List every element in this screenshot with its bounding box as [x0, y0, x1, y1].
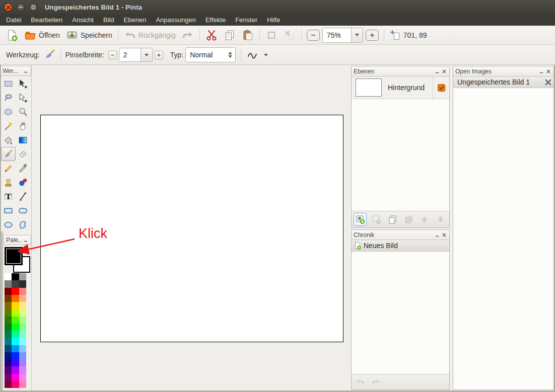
crop-to-selection-button[interactable] [262, 28, 281, 43]
layer-visible-checkbox[interactable] [438, 84, 445, 92]
history-panel-minimize-button[interactable] [434, 232, 440, 238]
tool-pencil[interactable] [1, 161, 16, 175]
maximize-window-icon[interactable] [29, 3, 38, 12]
history-panel-close-button[interactable] [441, 232, 447, 238]
menu-fenster[interactable]: Fenster [231, 15, 261, 25]
palette-swatch[interactable] [5, 352, 12, 359]
menu-bearbeiten[interactable]: Bearbeiten [27, 15, 66, 25]
save-button[interactable]: Speichern [63, 28, 115, 43]
palette-swatch[interactable] [12, 338, 19, 345]
palette-swatch[interactable] [5, 302, 12, 309]
redo-button[interactable] [179, 28, 197, 43]
palette-swatch[interactable] [5, 331, 12, 338]
history-undo-button[interactable] [354, 375, 367, 388]
palette-swatch[interactable] [12, 288, 19, 295]
open-images-minimize-button[interactable] [538, 68, 544, 74]
palette-swatch[interactable] [19, 317, 26, 324]
palette-swatch[interactable] [12, 324, 19, 331]
palette-swatch[interactable] [12, 295, 19, 302]
palette-swatch[interactable] [19, 338, 26, 345]
blend-type-combobox[interactable]: Normal [185, 47, 236, 62]
zoom-level-combobox[interactable]: 75% [322, 28, 363, 43]
palette-swatch[interactable] [5, 273, 12, 280]
tool-gradient[interactable] [16, 133, 30, 147]
tool-ellipse[interactable] [1, 217, 16, 231]
palette-swatch[interactable] [5, 324, 12, 331]
blend-type-spinner[interactable] [225, 48, 235, 62]
move-layer-down-button[interactable] [434, 213, 447, 226]
tool-ellipse-select[interactable] [1, 105, 16, 119]
brush-width-value[interactable]: 2 [119, 48, 141, 61]
palette-swatch[interactable] [19, 374, 26, 381]
palette-swatch[interactable] [12, 280, 19, 287]
palette-swatch[interactable] [19, 288, 26, 295]
palette-swatch[interactable] [19, 273, 26, 280]
palette-swatch[interactable] [12, 317, 19, 324]
layer-row[interactable]: Hintergrund [352, 76, 449, 99]
palette-swatch[interactable] [19, 366, 26, 373]
undo-button[interactable]: Rückgängig [121, 28, 179, 43]
tool-rectangle-select[interactable] [1, 76, 16, 91]
palette-swatch[interactable] [5, 381, 12, 388]
merge-layer-down-button[interactable] [402, 213, 415, 226]
cut-button[interactable] [202, 28, 221, 43]
menu-bild[interactable]: Bild [99, 15, 118, 25]
close-window-icon[interactable] [4, 3, 13, 12]
tool-pan[interactable] [16, 119, 30, 133]
brush-width-combobox[interactable]: 2 [119, 48, 153, 62]
palette-swatch[interactable] [12, 352, 19, 359]
palette-swatch[interactable] [5, 288, 12, 295]
palette-swatch[interactable] [19, 381, 26, 388]
primary-color-swatch[interactable] [5, 247, 23, 265]
menu-anpassungen[interactable]: Anpassungen [152, 15, 200, 25]
menu-ansicht[interactable]: Ansicht [68, 15, 98, 25]
tool-lasso-select[interactable] [1, 91, 16, 105]
line-style-button[interactable] [244, 48, 271, 61]
tool-move-selected-pixels[interactable] [16, 76, 30, 91]
tool-magic-wand[interactable] [1, 119, 16, 133]
palette-swatch[interactable] [12, 302, 19, 309]
tool-line-curve[interactable] [16, 189, 30, 203]
palette-swatch[interactable] [5, 359, 12, 366]
paste-button[interactable] [239, 28, 257, 43]
current-tool-button[interactable] [42, 48, 58, 61]
zoom-out-button[interactable] [307, 30, 320, 41]
minimize-window-icon[interactable] [17, 3, 25, 12]
tool-color-picker[interactable] [16, 161, 30, 175]
menu-hilfe[interactable]: Hilfe [263, 15, 284, 25]
deselect-button[interactable] [281, 28, 299, 43]
palette-swatch[interactable] [12, 345, 19, 352]
palette-swatch[interactable] [19, 302, 26, 309]
add-layer-button[interactable] [354, 213, 367, 226]
move-layer-up-button[interactable] [418, 213, 431, 226]
zoom-level-value[interactable]: 75% [323, 28, 351, 42]
tool-paint-bucket[interactable] [1, 133, 16, 147]
tool-text[interactable]: T [1, 189, 16, 203]
tools-panel-minimize-button[interactable] [23, 68, 29, 74]
brush-width-decrease-button[interactable] [108, 51, 117, 59]
brush-width-dropdown-button[interactable] [141, 48, 152, 61]
tool-freeform-shape[interactable] [16, 217, 30, 231]
layers-panel-close-button[interactable] [441, 68, 447, 74]
close-image-icon[interactable] [545, 79, 551, 86]
new-image-button[interactable] [3, 28, 21, 43]
palette-swatch[interactable] [19, 331, 26, 338]
palette-swatch[interactable] [19, 309, 26, 316]
palette-swatch[interactable] [5, 374, 12, 381]
history-redo-button[interactable] [370, 375, 383, 388]
palette-panel-minimize-button[interactable] [23, 237, 29, 243]
tool-clone-stamp[interactable] [1, 175, 16, 189]
duplicate-layer-button[interactable] [386, 213, 399, 226]
tool-zoom[interactable] [16, 105, 30, 119]
tool-rounded-rectangle[interactable] [16, 203, 30, 217]
palette-swatch[interactable] [5, 295, 12, 302]
palette-swatch[interactable] [5, 338, 12, 345]
tool-paintbrush[interactable] [1, 147, 16, 161]
canvas[interactable] [40, 115, 343, 342]
palette-swatch[interactable] [19, 352, 26, 359]
menu-effekte[interactable]: Effekte [201, 15, 230, 25]
palette-swatch[interactable] [12, 273, 19, 280]
palette-swatch[interactable] [5, 345, 12, 352]
palette-swatch[interactable] [19, 295, 26, 302]
palette-swatch[interactable] [12, 331, 19, 338]
